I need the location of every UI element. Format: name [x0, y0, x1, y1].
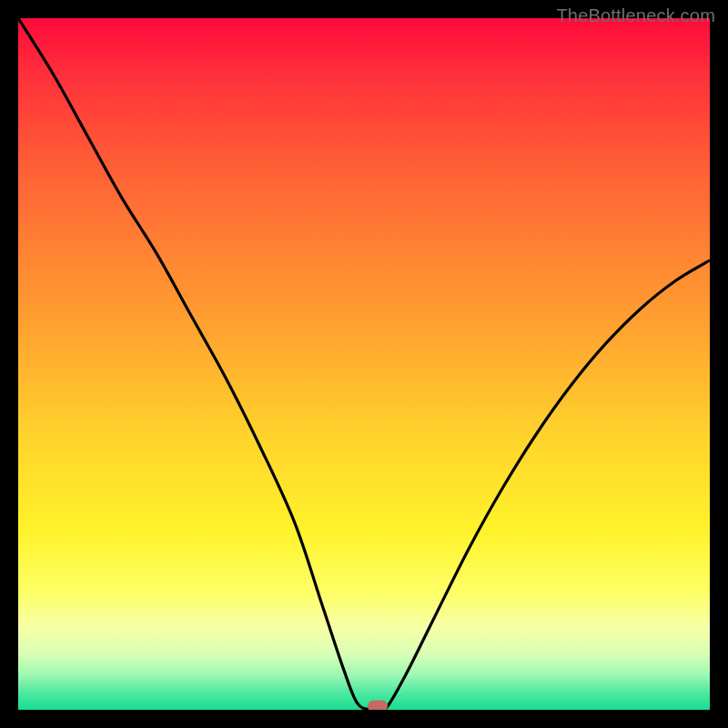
- plot-area: [18, 18, 710, 710]
- bottleneck-curve: [18, 18, 710, 710]
- chart-frame: TheBottleneck.com: [0, 0, 728, 728]
- notch-marker: [368, 701, 388, 711]
- curve-path: [18, 18, 710, 710]
- watermark-text: TheBottleneck.com: [556, 5, 715, 26]
